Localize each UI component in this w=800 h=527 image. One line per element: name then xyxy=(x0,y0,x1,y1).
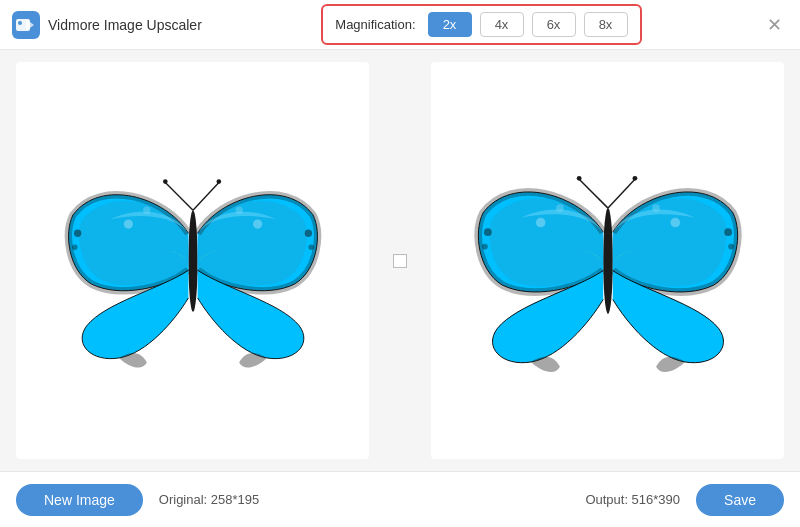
svg-point-7 xyxy=(163,179,168,184)
svg-point-14 xyxy=(72,244,78,250)
app-title: Vidmore Image Upscaler xyxy=(48,17,202,33)
svg-point-27 xyxy=(482,243,488,249)
svg-point-8 xyxy=(216,179,221,184)
svg-point-28 xyxy=(724,228,732,236)
svg-line-19 xyxy=(608,179,635,208)
save-button[interactable]: Save xyxy=(696,484,784,516)
svg-point-3 xyxy=(18,21,22,25)
original-info: Original: 258*195 xyxy=(159,492,259,507)
magnification-area: Magnification: 2x 4x 6x 8x xyxy=(321,4,641,45)
app-icon xyxy=(12,11,40,39)
original-image-panel xyxy=(16,62,369,459)
output-image-panel xyxy=(431,62,784,459)
svg-point-29 xyxy=(728,243,734,249)
svg-point-20 xyxy=(576,175,581,180)
mag-btn-8x[interactable]: 8x xyxy=(584,12,628,37)
svg-line-5 xyxy=(165,182,193,210)
svg-point-17 xyxy=(603,208,613,314)
new-image-button[interactable]: New Image xyxy=(16,484,143,516)
main-content xyxy=(0,50,800,471)
close-button[interactable]: ✕ xyxy=(761,12,788,38)
svg-point-13 xyxy=(73,229,80,236)
mag-btn-6x[interactable]: 6x xyxy=(532,12,576,37)
svg-point-21 xyxy=(632,175,637,180)
mag-btn-4x[interactable]: 4x xyxy=(480,12,524,37)
svg-point-9 xyxy=(123,219,132,228)
svg-line-18 xyxy=(579,179,608,208)
svg-point-11 xyxy=(253,219,262,228)
bottom-left: New Image Original: 258*195 xyxy=(16,484,259,516)
svg-point-26 xyxy=(483,228,491,236)
svg-point-22 xyxy=(535,217,545,227)
output-butterfly xyxy=(431,62,784,459)
svg-line-6 xyxy=(193,182,219,210)
bottom-bar: New Image Original: 258*195 Output: 516*… xyxy=(0,471,800,527)
svg-point-15 xyxy=(304,229,311,236)
magnification-label: Magnification: xyxy=(335,17,415,32)
original-butterfly xyxy=(16,62,369,459)
title-left: Vidmore Image Upscaler xyxy=(12,11,202,39)
svg-point-24 xyxy=(670,217,680,227)
bottom-right: Output: 516*390 Save xyxy=(585,484,784,516)
divider-area xyxy=(385,62,415,459)
svg-point-4 xyxy=(188,210,197,312)
compare-checkbox[interactable] xyxy=(393,254,407,268)
svg-point-16 xyxy=(308,244,314,250)
output-info: Output: 516*390 xyxy=(585,492,680,507)
mag-btn-2x[interactable]: 2x xyxy=(428,12,472,37)
title-bar: Vidmore Image Upscaler Magnification: 2x… xyxy=(0,0,800,50)
